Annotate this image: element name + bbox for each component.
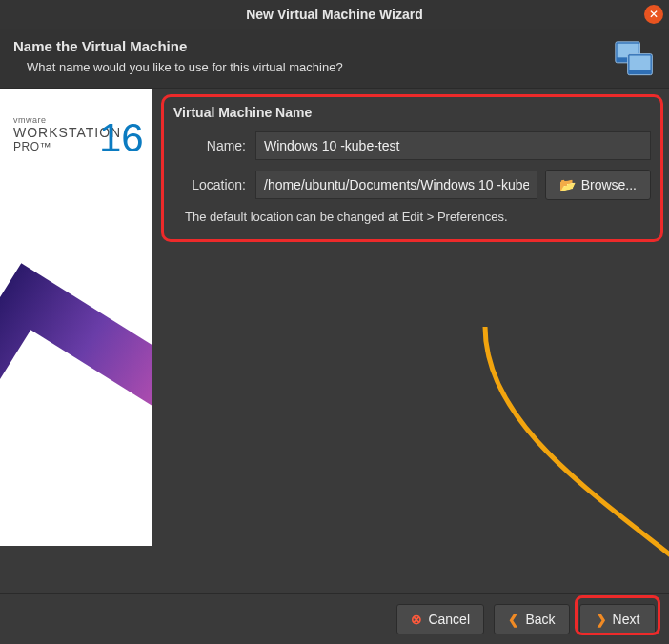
close-icon: ✕ bbox=[649, 8, 659, 21]
page-subtitle: What name would you like to use for this… bbox=[27, 60, 656, 74]
chevron-right-icon: ❯ bbox=[596, 612, 607, 627]
window-title: New Virtual Machine Wizard bbox=[246, 7, 423, 22]
wizard-header: Name the Virtual Machine What name would… bbox=[0, 29, 669, 89]
next-button[interactable]: ❯ Next bbox=[579, 604, 656, 634]
location-hint: The default location can be changed at E… bbox=[185, 210, 651, 224]
chevron-left-icon: ❮ bbox=[508, 612, 519, 627]
cancel-button-label: Cancel bbox=[428, 612, 470, 627]
back-button-label: Back bbox=[525, 612, 555, 627]
name-label: Name: bbox=[173, 138, 255, 153]
browse-button[interactable]: 📂 Browse... bbox=[545, 170, 651, 200]
wizard-footer: ⊗ Cancel ❮ Back ❯ Next bbox=[0, 593, 669, 644]
cancel-icon: ⊗ bbox=[411, 612, 422, 627]
vm-location-input[interactable] bbox=[255, 171, 537, 199]
folder-icon: 📂 bbox=[559, 177, 576, 192]
wizard-body: vmware WORKSTATION PRO™ 16 Virtual Machi… bbox=[0, 89, 669, 618]
location-row: Location: 📂 Browse... bbox=[173, 170, 651, 200]
browse-button-label: Browse... bbox=[581, 177, 637, 192]
back-button[interactable]: ❮ Back bbox=[494, 604, 570, 634]
page-title: Name the Virtual Machine bbox=[13, 38, 656, 54]
next-button-label: Next bbox=[613, 612, 640, 627]
wizard-main: Virtual Machine Name Name: Location: 📂 B… bbox=[152, 89, 669, 618]
brand-version: 16 bbox=[99, 115, 144, 161]
close-button[interactable]: ✕ bbox=[644, 5, 663, 24]
cancel-button[interactable]: ⊗ Cancel bbox=[396, 604, 484, 634]
annotation-highlight-box: Virtual Machine Name Name: Location: 📂 B… bbox=[161, 94, 663, 242]
vm-name-input[interactable] bbox=[255, 131, 651, 160]
location-label: Location: bbox=[173, 177, 255, 192]
form-group-title: Virtual Machine Name bbox=[173, 105, 651, 120]
sidebar-brand-image: vmware WORKSTATION PRO™ 16 bbox=[0, 89, 152, 546]
vm-icon bbox=[614, 40, 656, 82]
name-row: Name: bbox=[173, 131, 651, 160]
svg-rect-3 bbox=[630, 56, 651, 70]
titlebar: New Virtual Machine Wizard ✕ bbox=[0, 0, 669, 29]
